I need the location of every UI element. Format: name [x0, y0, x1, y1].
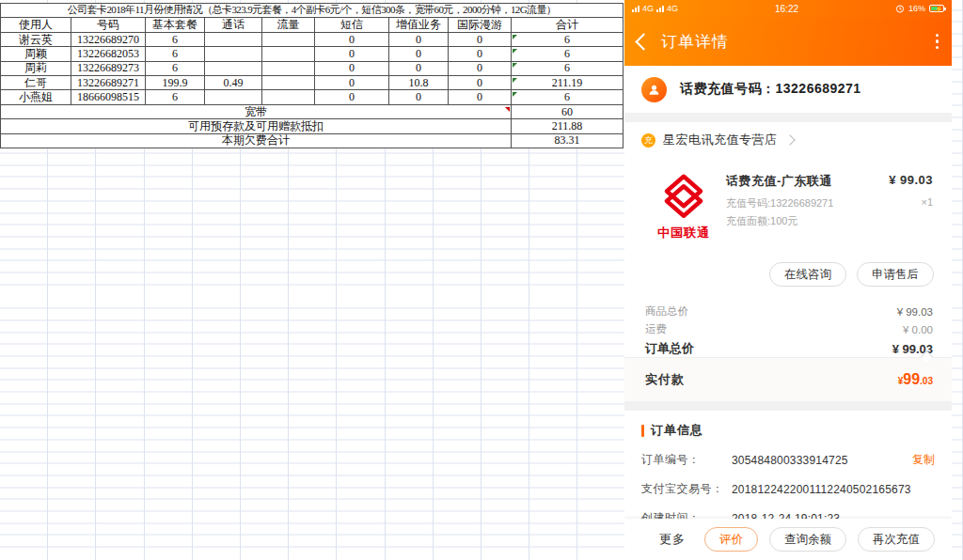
- cell-base[interactable]: 199.9: [146, 75, 205, 89]
- cell-base[interactable]: 6: [146, 61, 205, 75]
- online-consult-button[interactable]: 在线咨询: [769, 262, 846, 288]
- col-header-calls[interactable]: 通话: [205, 18, 262, 32]
- col-header-data[interactable]: 流量: [262, 18, 315, 32]
- cell-sms[interactable]: 0: [315, 47, 389, 61]
- cell-calls[interactable]: [205, 32, 262, 46]
- table-row: 周莉 13226689273 6 0 0 0 6: [1, 61, 624, 75]
- page-title: 订单详情: [661, 31, 729, 53]
- cell-roaming[interactable]: 0: [449, 75, 512, 89]
- cell-sms[interactable]: 0: [315, 75, 389, 89]
- cell-total[interactable]: 6: [512, 90, 624, 104]
- cell-roaming[interactable]: 0: [449, 32, 512, 46]
- store-row[interactable]: 充 星宏电讯充值专营店: [624, 122, 952, 158]
- bottom-action-bar: 更多 评价 查询余额 再次充值: [624, 519, 952, 560]
- cell-vas[interactable]: 0: [389, 47, 449, 61]
- signal-icon: [632, 5, 639, 12]
- cell-data[interactable]: [262, 75, 315, 89]
- copy-button[interactable]: 复制: [912, 452, 935, 468]
- shipping-value: ¥ 0.00: [903, 324, 933, 335]
- summary-value[interactable]: 211.88: [512, 119, 624, 133]
- status-bar: 4G 4G 16:22 16% ⚡: [624, 0, 952, 17]
- col-header-total[interactable]: 合计: [512, 18, 624, 32]
- comment-indicator-icon: [505, 107, 510, 112]
- cell-calls[interactable]: 0.49: [205, 75, 262, 89]
- brand-box: 中国联通: [653, 158, 715, 256]
- usage-table: 公司套卡2018年11月份使用情况（总卡323.9元套餐，4个副卡6元/个，短信…: [0, 3, 624, 148]
- cell-calls[interactable]: [205, 47, 262, 61]
- cell-sms[interactable]: 0: [315, 61, 389, 75]
- cell-data[interactable]: [262, 47, 315, 61]
- error-indicator-icon: [513, 78, 517, 83]
- cell-number[interactable]: 13226689273: [71, 61, 146, 75]
- recharge-again-button[interactable]: 再次充值: [858, 527, 935, 552]
- cell-user[interactable]: 谢云英: [1, 32, 71, 46]
- more-menu-icon[interactable]: [936, 34, 939, 50]
- summary-label[interactable]: 宽带: [1, 104, 512, 118]
- cell-base[interactable]: 6: [146, 90, 205, 104]
- summary-row-owed: 本期欠费合计 83.31: [1, 133, 624, 148]
- summary-label[interactable]: 本期欠费合计: [1, 133, 512, 148]
- cell-sms[interactable]: 0: [315, 32, 389, 46]
- col-header-roaming[interactable]: 国际漫游: [449, 18, 512, 32]
- section-accent-bar: [641, 425, 644, 437]
- cell-data[interactable]: [262, 32, 315, 46]
- cell-vas[interactable]: 0: [389, 32, 449, 46]
- phone-order-screen: 4G 4G 16:22 16% ⚡ 订单详情 话费充值号码：1322668927…: [624, 0, 952, 560]
- more-button[interactable]: 更多: [659, 531, 686, 548]
- after-sale-button[interactable]: 申请售后: [857, 262, 934, 288]
- cell-total[interactable]: 6: [512, 61, 624, 75]
- cell-calls[interactable]: [205, 61, 262, 75]
- rate-button[interactable]: 评价: [704, 527, 758, 552]
- alipay-no-value: 2018122422001112240502165673: [732, 483, 911, 496]
- sheet-title[interactable]: 公司套卡2018年11月份使用情况（总卡323.9元套餐，4个副卡6元/个，短信…: [1, 4, 624, 18]
- cell-total[interactable]: 211.19: [512, 75, 624, 89]
- summary-row-deduction: 可用预存款及可用赠款抵扣 211.88: [1, 119, 624, 133]
- cell-calls[interactable]: [205, 90, 262, 104]
- cell-number[interactable]: 13226689271: [71, 75, 146, 89]
- cell-data[interactable]: [262, 90, 315, 104]
- check-balance-button[interactable]: 查询余额: [769, 527, 846, 552]
- cell-user[interactable]: 周莉: [1, 61, 71, 75]
- cell-number[interactable]: 13226682053: [71, 47, 146, 61]
- table-header-row: 使用人 号码 基本套餐 通话 流量 短信 增值业务 国际漫游 合计: [1, 18, 624, 32]
- section-divider: [624, 401, 952, 411]
- cell-roaming[interactable]: 0: [449, 47, 512, 61]
- cell-base[interactable]: 6: [146, 47, 205, 61]
- cell-vas[interactable]: 10.8: [389, 75, 449, 89]
- col-header-number[interactable]: 号码: [71, 18, 146, 32]
- cell-total[interactable]: 6: [512, 47, 624, 61]
- cell-vas[interactable]: 0: [389, 61, 449, 75]
- summary-label[interactable]: 可用预存款及可用赠款抵扣: [1, 119, 512, 133]
- cell-user[interactable]: 周颖: [1, 47, 71, 61]
- summary-value[interactable]: 83.31: [512, 133, 624, 148]
- back-icon[interactable]: [635, 33, 652, 50]
- product-price: ¥ 99.03: [889, 173, 933, 190]
- network-type-label: 4G: [667, 4, 678, 13]
- cell-number[interactable]: 18666098515: [71, 90, 146, 104]
- order-info-section: 订单信息 订单编号： 305484800333914725 复制 支付宝交易号：…: [624, 411, 952, 526]
- cell-user[interactable]: 小燕姐: [1, 90, 71, 104]
- product-row[interactable]: 中国联通 话费充值-广东联通 ¥ 99.03 充值号码:13226689271 …: [624, 158, 952, 256]
- cell-roaming[interactable]: 0: [449, 61, 512, 75]
- cell-base[interactable]: 6: [146, 32, 205, 46]
- cell-user[interactable]: 仁哥: [1, 75, 71, 89]
- col-header-user[interactable]: 使用人: [1, 18, 71, 32]
- summary-value[interactable]: 60: [512, 104, 624, 118]
- col-header-sms[interactable]: 短信: [315, 18, 389, 32]
- paid-amount-row: 实付款 ¥99.03: [624, 357, 952, 401]
- price-summary: 商品总价 ¥ 99.03 运费 ¥ 0.00 订单总价 ¥ 99.03: [624, 293, 952, 357]
- recharge-number-row: 话费充值号码：13226689271: [624, 66, 952, 113]
- cell-total[interactable]: 6: [512, 32, 624, 46]
- battery-percent-label: 16%: [908, 4, 925, 13]
- col-header-base-plan[interactable]: 基本套餐: [146, 18, 205, 32]
- cell-vas[interactable]: 0: [389, 90, 449, 104]
- item-total-value: ¥ 99.03: [897, 306, 933, 318]
- order-total-label: 订单总价: [645, 340, 694, 357]
- cell-roaming[interactable]: 0: [449, 90, 512, 104]
- cell-number[interactable]: 13226689270: [71, 32, 146, 46]
- cell-sms[interactable]: 0: [315, 90, 389, 104]
- network-type-label: 4G: [642, 4, 654, 13]
- unicom-logo-icon: [661, 173, 706, 218]
- cell-data[interactable]: [262, 61, 315, 75]
- col-header-vas[interactable]: 增值业务: [389, 18, 449, 32]
